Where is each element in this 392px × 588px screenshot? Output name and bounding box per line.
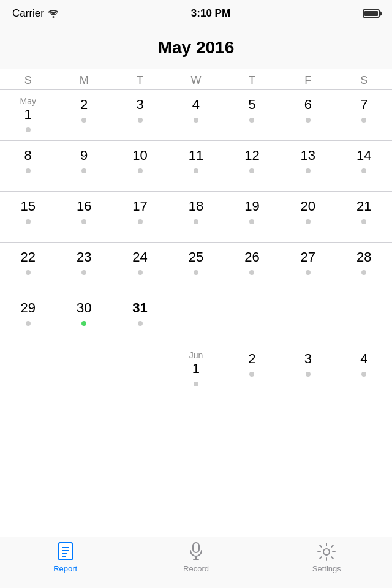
day-number: 5 <box>248 96 255 113</box>
dot-indicator <box>361 219 366 224</box>
day-header-mon: M <box>56 74 111 87</box>
day-cell[interactable]: 13 <box>280 141 336 191</box>
dot-indicator <box>306 219 311 224</box>
tab-report[interactable]: Report <box>0 542 130 573</box>
day-cell[interactable]: 12 <box>224 141 280 191</box>
tab-settings-label: Settings <box>312 564 341 573</box>
day-number: 10 <box>132 147 147 164</box>
day-cell-empty <box>56 344 111 394</box>
battery-icon <box>363 9 380 18</box>
day-number: 21 <box>356 198 371 215</box>
day-header-sat: S <box>336 74 392 87</box>
month-abbr: May <box>20 96 36 106</box>
day-cell[interactable]: 19 <box>224 192 280 242</box>
day-number: 15 <box>20 198 35 215</box>
svg-rect-6 <box>193 543 199 552</box>
day-cell[interactable]: 6 <box>280 90 336 140</box>
day-cell[interactable]: 10 <box>112 141 168 191</box>
day-cell[interactable]: 21 <box>336 192 392 242</box>
day-number: 23 <box>77 249 91 266</box>
day-number: 9 <box>80 147 88 164</box>
day-number: 31 <box>132 300 147 317</box>
day-cell[interactable]: 23 <box>56 243 111 293</box>
status-time: 3:10 PM <box>191 7 230 20</box>
day-cell[interactable]: 3 <box>280 344 336 394</box>
day-cell[interactable]: 2 <box>224 344 280 394</box>
day-cell[interactable]: 9 <box>56 141 111 191</box>
day-cell[interactable]: 27 <box>280 243 336 293</box>
svg-point-9 <box>323 549 330 555</box>
dot-indicator <box>249 168 254 173</box>
dot-indicator <box>138 219 143 224</box>
dot-indicator <box>138 168 143 173</box>
day-cell[interactable]: 28 <box>336 243 392 293</box>
dot-indicator <box>194 219 198 224</box>
dot-indicator <box>306 270 311 275</box>
day-number: 4 <box>360 350 368 368</box>
day-cell[interactable]: 30 <box>56 293 111 344</box>
day-cell[interactable]: 29 <box>0 293 56 344</box>
week-row: 29 30 31 <box>0 293 392 344</box>
day-header-thu: T <box>224 74 280 87</box>
tab-record[interactable]: Record <box>130 542 261 573</box>
calendar-grid: May 1 2 3 4 5 6 7 <box>0 90 392 538</box>
dot-indicator <box>194 118 198 123</box>
day-cell[interactable]: 20 <box>280 192 336 242</box>
day-cell[interactable]: 7 <box>336 90 392 140</box>
carrier-label: Carrier <box>12 7 59 20</box>
svg-point-0 <box>52 16 54 18</box>
day-cell[interactable]: 14 <box>336 141 392 191</box>
day-cell[interactable]: 25 <box>168 243 224 293</box>
day-cell[interactable]: 31 <box>112 293 168 344</box>
day-cell[interactable]: 18 <box>168 192 224 242</box>
day-number: 26 <box>244 249 259 266</box>
dot-indicator <box>26 168 31 173</box>
day-number: 28 <box>356 249 371 266</box>
tab-record-label: Record <box>183 564 209 573</box>
day-cell[interactable]: 26 <box>224 243 280 293</box>
day-cell[interactable]: 2 <box>56 90 111 140</box>
dot-indicator-green <box>81 321 86 326</box>
dot-indicator <box>194 382 198 386</box>
day-cell-empty <box>168 293 224 344</box>
day-number: 30 <box>77 300 91 317</box>
day-cell[interactable]: May 1 <box>0 90 56 140</box>
dot-indicator <box>306 168 311 173</box>
day-cell[interactable]: 11 <box>168 141 224 191</box>
dot-indicator <box>81 219 86 224</box>
day-number: 25 <box>189 249 203 266</box>
day-cell[interactable]: Jun 1 <box>168 344 224 394</box>
day-cell-empty <box>336 293 392 344</box>
tab-bar: Report Record Settings <box>0 537 392 588</box>
dot-indicator <box>26 321 31 326</box>
day-number: 6 <box>304 96 312 113</box>
day-number: 24 <box>132 249 147 266</box>
week-row: 15 16 17 18 19 20 21 <box>0 192 392 243</box>
day-cell[interactable]: 8 <box>0 141 56 191</box>
day-cell[interactable]: 5 <box>224 90 280 140</box>
dot-indicator <box>26 127 31 132</box>
day-cell[interactable]: 17 <box>112 192 168 242</box>
battery-indicator <box>363 9 380 18</box>
gear-icon <box>317 542 336 562</box>
day-number: 17 <box>132 198 147 215</box>
day-header-fri: F <box>280 74 336 87</box>
tab-settings[interactable]: Settings <box>262 542 392 573</box>
dot-indicator <box>26 219 31 224</box>
day-cell[interactable]: 4 <box>168 90 224 140</box>
month-title: May 2016 <box>0 27 392 69</box>
day-cell[interactable]: 15 <box>0 192 56 242</box>
day-cell[interactable]: 4 <box>336 344 392 394</box>
day-number: 3 <box>304 350 312 368</box>
day-cell-empty <box>280 293 336 344</box>
day-cell[interactable]: 16 <box>56 192 111 242</box>
dot-indicator <box>138 270 143 275</box>
day-cell[interactable]: 3 <box>112 90 168 140</box>
day-cell[interactable]: 24 <box>112 243 168 293</box>
tab-report-label: Report <box>53 564 77 573</box>
day-number: 16 <box>77 198 91 215</box>
wifi-icon <box>48 9 59 18</box>
day-cell[interactable]: 22 <box>0 243 56 293</box>
week-row: May 1 2 3 4 5 6 7 <box>0 90 392 141</box>
day-number: 8 <box>24 147 32 164</box>
